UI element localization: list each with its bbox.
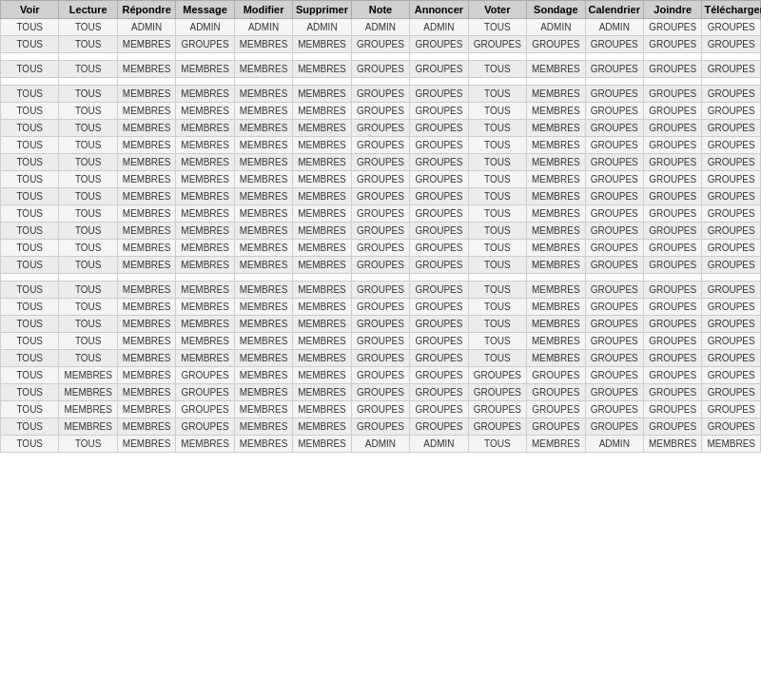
table-cell: TOUS <box>1 418 59 436</box>
table-cell: MEMBRES <box>527 120 585 137</box>
table-cell: TOUS <box>59 240 117 257</box>
table-cell: GROUPES <box>702 137 761 154</box>
table-cell: GROUPES <box>351 154 409 171</box>
table-cell: MEMBRES <box>293 188 351 205</box>
table-cell: MEMBRES <box>293 257 351 274</box>
table-cell: GROUPES <box>351 61 409 78</box>
table-cell: GROUPES <box>410 350 468 367</box>
table-cell: GROUPES <box>585 61 643 78</box>
table-cell: ADMIN <box>351 436 409 453</box>
table-cell: GROUPES <box>585 257 643 274</box>
table-cell: MEMBRES <box>234 188 292 205</box>
table-cell: MEMBRES <box>176 240 234 257</box>
table-cell: GROUPES <box>176 384 234 401</box>
table-cell: GROUPES <box>702 401 761 418</box>
table-cell: GROUPES <box>351 240 409 257</box>
table-cell: GROUPES <box>585 223 643 240</box>
table-cell: MEMBRES <box>234 401 292 418</box>
table-cell: GROUPES <box>585 333 643 350</box>
table-cell: MEMBRES <box>117 103 175 120</box>
table-cell: GROUPES <box>643 384 701 401</box>
table-cell: GROUPES <box>351 86 409 103</box>
table-cell: GROUPES <box>410 367 468 384</box>
table-cell: TOUS <box>59 137 117 154</box>
table-cell: GROUPES <box>643 257 701 274</box>
table-cell: TOUS <box>59 316 117 333</box>
table-row: TOUSTOUSMEMBRESMEMBRESMEMBRESMEMBRESGROU… <box>1 137 761 154</box>
table-row: TOUSTOUSMEMBRESMEMBRESMEMBRESMEMBRESGROU… <box>1 188 761 205</box>
table-cell: ADMIN <box>585 19 643 36</box>
table-cell: GROUPES <box>351 120 409 137</box>
table-cell: GROUPES <box>702 120 761 137</box>
table-cell: MEMBRES <box>176 316 234 333</box>
table-cell: TOUS <box>59 299 117 316</box>
table-cell: MEMBRES <box>234 61 292 78</box>
table-cell: ADMIN <box>585 436 643 453</box>
table-cell: GROUPES <box>585 86 643 103</box>
table-cell: TOUS <box>59 171 117 188</box>
table-cell: MEMBRES <box>117 333 175 350</box>
table-cell: TOUS <box>1 350 59 367</box>
table-cell: TOUS <box>468 205 526 223</box>
table-cell: GROUPES <box>585 171 643 188</box>
table-cell: GROUPES <box>585 154 643 171</box>
table-cell: MEMBRES <box>234 384 292 401</box>
table-cell: TOUS <box>59 19 117 36</box>
table-cell: GROUPES <box>585 316 643 333</box>
table-cell: GROUPES <box>585 299 643 316</box>
table-cell: MEMBRES <box>293 367 351 384</box>
table-cell: GROUPES <box>702 350 761 367</box>
table-cell: TOUS <box>59 282 117 299</box>
table-cell: GROUPES <box>643 223 701 240</box>
table-cell: MEMBRES <box>234 257 292 274</box>
header-row: VoirLectureRépondreMessageModifierSuppri… <box>1 1 761 19</box>
table-cell: MEMBRES <box>527 316 585 333</box>
table-cell: ADMIN <box>293 19 351 36</box>
table-cell: MEMBRES <box>117 36 175 53</box>
table-cell: GROUPES <box>702 188 761 205</box>
table-cell: TOUS <box>468 257 526 274</box>
table-cell: ADMIN <box>234 19 292 36</box>
table-cell: GROUPES <box>351 205 409 223</box>
table-cell: GROUPES <box>351 333 409 350</box>
header-cell-répondre: Répondre <box>117 1 175 19</box>
table-cell: MEMBRES <box>293 154 351 171</box>
table-cell: TOUS <box>468 333 526 350</box>
table-cell: GROUPES <box>643 401 701 418</box>
table-cell: MEMBRES <box>117 137 175 154</box>
table-cell: GROUPES <box>643 367 701 384</box>
table-cell: MEMBRES <box>527 171 585 188</box>
table-cell: ADMIN <box>527 19 585 36</box>
table-cell: GROUPES <box>585 350 643 367</box>
table-cell: TOUS <box>468 137 526 154</box>
table-cell: GROUPES <box>643 86 701 103</box>
table-row: TOUSTOUSMEMBRESMEMBRESMEMBRESMEMBRESGROU… <box>1 86 761 103</box>
table-cell: GROUPES <box>643 137 701 154</box>
table-cell: GROUPES <box>702 61 761 78</box>
table-cell: GROUPES <box>643 316 701 333</box>
table-cell: TOUS <box>1 36 59 53</box>
table-cell: GROUPES <box>702 418 761 436</box>
table-cell: MEMBRES <box>176 154 234 171</box>
table-row: TOUSMEMBRESMEMBRESGROUPESMEMBRESMEMBRESG… <box>1 384 761 401</box>
table-cell: TOUS <box>1 223 59 240</box>
table-cell: GROUPES <box>410 333 468 350</box>
table-cell: GROUPES <box>643 19 701 36</box>
table-cell: GROUPES <box>176 36 234 53</box>
table-cell: GROUPES <box>702 282 761 299</box>
table-cell: MEMBRES <box>234 333 292 350</box>
table-cell: MEMBRES <box>117 223 175 240</box>
table-cell: MEMBRES <box>234 154 292 171</box>
table-cell: MEMBRES <box>176 205 234 223</box>
header-cell-note: Note <box>351 1 409 19</box>
table-cell: GROUPES <box>351 223 409 240</box>
header-cell-modifier: Modifier <box>234 1 292 19</box>
table-cell: GROUPES <box>702 205 761 223</box>
table-cell: GROUPES <box>351 36 409 53</box>
table-cell: MEMBRES <box>527 188 585 205</box>
table-cell: GROUPES <box>410 418 468 436</box>
table-cell: MEMBRES <box>293 223 351 240</box>
table-cell: MEMBRES <box>234 299 292 316</box>
table-row: TOUSTOUSMEMBRESMEMBRESMEMBRESMEMBRESGROU… <box>1 205 761 223</box>
table-cell: TOUS <box>468 223 526 240</box>
